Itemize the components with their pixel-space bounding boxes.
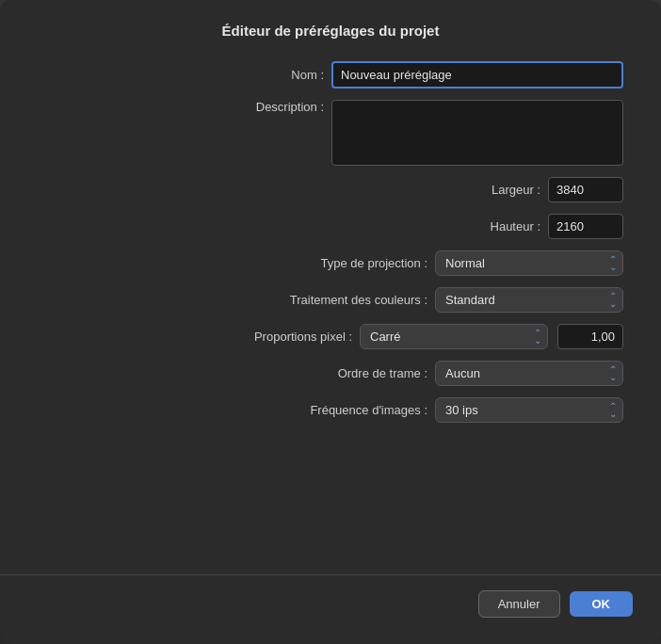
frequence-label: Fréquence d'images : (249, 403, 427, 417)
projection-row: Type de projection : Normal Sphérique Cu… (38, 250, 623, 276)
cancel-button[interactable]: Annuler (478, 590, 560, 618)
trame-row: Ordre de trame : Aucun Supérieur d'abord… (38, 361, 623, 386)
largeur-input[interactable] (548, 177, 623, 202)
proportions-select-wrapper: Carré 4:3 16:9 (360, 324, 548, 349)
trame-select[interactable]: Aucun Supérieur d'abord Inférieur d'abor… (435, 361, 623, 386)
proportions-row: Proportions pixel : Carré 4:3 16:9 (38, 324, 623, 349)
largeur-row: Largeur : (38, 177, 623, 202)
proportions-select[interactable]: Carré 4:3 16:9 (360, 324, 548, 349)
dialog-title: Éditeur de préréglages du projet (0, 23, 661, 39)
hauteur-input[interactable] (548, 214, 623, 239)
projection-select-wrapper: Normal Sphérique Cube (435, 250, 623, 276)
couleurs-select[interactable]: Standard Linéaire HDR (435, 287, 623, 313)
trame-label: Ordre de trame : (249, 366, 427, 380)
ok-button[interactable]: OK (570, 591, 634, 617)
hauteur-label: Hauteur : (362, 219, 540, 233)
frequence-select[interactable]: 24 ips 25 ips 30 ips 50 ips 60 ips (435, 397, 623, 423)
hauteur-row: Hauteur : (38, 214, 623, 239)
proportions-label: Proportions pixel : (173, 330, 352, 344)
description-row: Description : (38, 100, 623, 166)
projection-select[interactable]: Normal Sphérique Cube (435, 250, 623, 276)
couleurs-select-wrapper: Standard Linéaire HDR (435, 287, 623, 313)
description-input[interactable] (331, 100, 623, 166)
description-label: Description : (145, 100, 324, 114)
proportions-controls: Carré 4:3 16:9 (360, 324, 623, 349)
largeur-label: Largeur : (362, 183, 540, 197)
couleurs-label: Traitement des couleurs : (249, 293, 427, 307)
frequence-select-wrapper: 24 ips 25 ips 30 ips 50 ips 60 ips (435, 397, 623, 423)
proportions-value-input[interactable] (557, 324, 623, 349)
trame-select-wrapper: Aucun Supérieur d'abord Inférieur d'abor… (435, 361, 623, 386)
nom-input[interactable] (331, 61, 623, 89)
form-area: Nom : Description : Largeur : Hauteur : … (0, 61, 661, 555)
button-row: Annuler OK (0, 575, 661, 625)
projection-label: Type de projection : (249, 256, 427, 270)
nom-label: Nom : (145, 68, 324, 82)
frequence-row: Fréquence d'images : 24 ips 25 ips 30 ip… (38, 397, 623, 423)
dialog: Éditeur de préréglages du projet Nom : D… (0, 0, 661, 644)
couleurs-row: Traitement des couleurs : Standard Linéa… (38, 287, 623, 313)
nom-row: Nom : (38, 61, 623, 89)
